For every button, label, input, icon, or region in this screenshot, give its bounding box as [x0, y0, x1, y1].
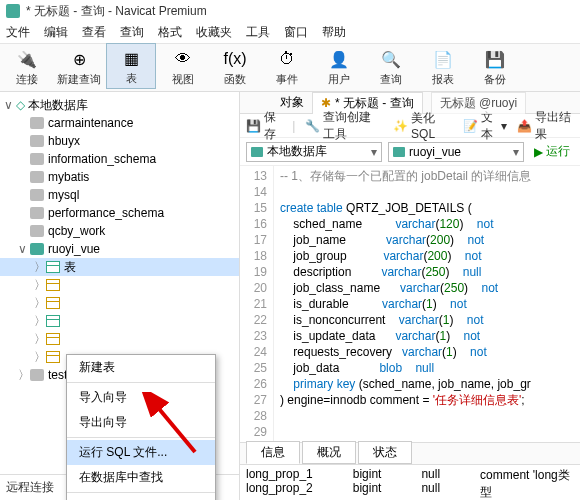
context-menu-item[interactable]: 运行 SQL 文件... [67, 440, 215, 465]
result-tabs: 信息概况状态 [240, 442, 580, 464]
new-query-icon: ⊕ [67, 47, 91, 71]
table-icon: ▦ [119, 46, 143, 70]
sidebar: ∨◇ 本地数据库 carmaintenancehbuyxinformation_… [0, 92, 240, 500]
code-editor[interactable]: 13141516171819202122232425262728293031 -… [240, 166, 580, 442]
tree-db[interactable]: information_schema [0, 150, 239, 168]
context-menu-item[interactable]: 导出向导 [67, 410, 215, 435]
context-menu-item[interactable]: 导入向导 [67, 385, 215, 410]
tree-db[interactable]: mybatis [0, 168, 239, 186]
editor-pane: 对象 ✱* 无标题 - 查询 无标题 @ruoyi 💾 保存 | 🔧 查询创建工… [240, 92, 580, 500]
tab-object[interactable]: 对象 [280, 94, 304, 111]
result-tab[interactable]: 概况 [302, 441, 356, 464]
tab-new-query[interactable]: 无标题 @ruoyi [431, 92, 527, 114]
line-gutter: 13141516171819202122232425262728293031 [240, 166, 274, 442]
connect-icon: 🔌 [15, 47, 39, 71]
tree-db[interactable]: qcby_work [0, 222, 239, 240]
function-button[interactable]: f(x)函数 [210, 45, 260, 89]
tree-root[interactable]: ∨◇ 本地数据库 [0, 96, 239, 114]
menu-item[interactable]: 收藏夹 [196, 24, 232, 41]
report-icon: 📄 [431, 47, 455, 71]
window-title: * 无标题 - 查询 - Navicat Premium [26, 3, 207, 20]
code-text[interactable]: -- 1、存储每一个已配置的 jobDetail 的详细信息 create ta… [274, 166, 580, 442]
db-selector[interactable]: 本地数据库▾ [246, 142, 382, 162]
menu-bar: 文件编辑查看查询格式收藏夹工具窗口帮助 [0, 22, 580, 44]
tree-node[interactable]: 〉 [0, 330, 239, 348]
backup-button[interactable]: 💾备份 [470, 45, 520, 89]
context-menu: 新建表导入向导导出向导运行 SQL 文件...在数据库中查找新建组粘贴刷新 [66, 354, 216, 500]
title-bar: * 无标题 - 查询 - Navicat Premium [0, 0, 580, 22]
table-button[interactable]: ▦表 [106, 43, 156, 89]
menu-item[interactable]: 查看 [82, 24, 106, 41]
context-menu-item[interactable]: 新建表 [67, 355, 215, 380]
editor-toolbar: 💾 保存 | 🔧 查询创建工具 ✨ 美化 SQL 📝 文本 ▾ 📤 导出结果 [240, 114, 580, 138]
schema-selector[interactable]: ruoyi_vue▾ [388, 142, 524, 162]
tree-tables[interactable]: 〉表 [0, 258, 239, 276]
app-icon [6, 4, 20, 18]
menu-item[interactable]: 查询 [120, 24, 144, 41]
run-button[interactable]: ▶ 运行 [530, 143, 574, 160]
result-grid: long_prop_1long_prop_2 bigintbigint null… [240, 464, 580, 500]
menu-item[interactable]: 编辑 [44, 24, 68, 41]
query-button[interactable]: 🔍查询 [366, 45, 416, 89]
result-tab[interactable]: 状态 [358, 441, 412, 464]
tree-db-expanded[interactable]: ∨ruoyi_vue [0, 240, 239, 258]
context-menu-item[interactable]: 新建组 [67, 495, 215, 500]
new-query-button[interactable]: ⊕新建查询 [54, 45, 104, 89]
tree-db[interactable]: mysql [0, 186, 239, 204]
user-icon: 👤 [327, 47, 351, 71]
tree-node[interactable]: 〉 [0, 294, 239, 312]
view-icon: 👁 [171, 47, 195, 71]
menu-item[interactable]: 帮助 [322, 24, 346, 41]
selector-bar: 本地数据库▾ ruoyi_vue▾ ▶ 运行 [240, 138, 580, 166]
main-toolbar: 🔌连接⊕新建查询▦表👁视图f(x)函数⏱事件👤用户🔍查询📄报表💾备份 [0, 44, 580, 92]
backup-icon: 💾 [483, 47, 507, 71]
tree-node[interactable]: 〉 [0, 312, 239, 330]
menu-item[interactable]: 文件 [6, 24, 30, 41]
query-icon: 🔍 [379, 47, 403, 71]
report-button[interactable]: 📄报表 [418, 45, 468, 89]
function-icon: f(x) [223, 47, 247, 71]
view-button[interactable]: 👁视图 [158, 45, 208, 89]
event-button[interactable]: ⏱事件 [262, 45, 312, 89]
tree-db[interactable]: carmaintenance [0, 114, 239, 132]
context-menu-item[interactable]: 在数据库中查找 [67, 465, 215, 490]
menu-item[interactable]: 窗口 [284, 24, 308, 41]
beautify-button[interactable]: ✨ 美化 SQL [393, 110, 453, 141]
tree-db[interactable]: performance_schema [0, 204, 239, 222]
menu-item[interactable]: 工具 [246, 24, 270, 41]
result-tab[interactable]: 信息 [246, 441, 300, 464]
menu-item[interactable]: 格式 [158, 24, 182, 41]
connect-button[interactable]: 🔌连接 [2, 45, 52, 89]
event-icon: ⏱ [275, 47, 299, 71]
tree-db[interactable]: hbuyx [0, 132, 239, 150]
tree-node[interactable]: 〉 [0, 276, 239, 294]
user-button[interactable]: 👤用户 [314, 45, 364, 89]
